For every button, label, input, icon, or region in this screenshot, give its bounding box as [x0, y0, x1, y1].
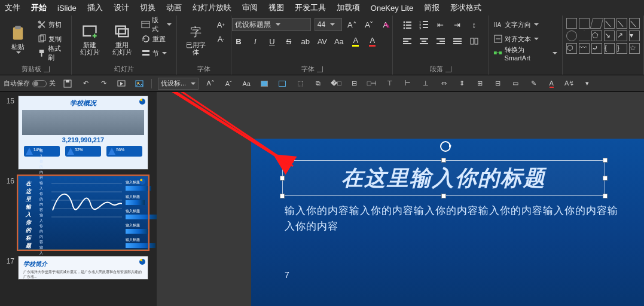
resize-handle[interactable] — [441, 158, 446, 163]
numbering-button[interactable]: 123 — [417, 18, 431, 31]
bullets-button[interactable] — [401, 18, 414, 31]
paste-button[interactable]: 粘贴 — [4, 18, 32, 61]
slide-canvas[interactable]: 在这里输入你的标题 输入你的内容输入你的内容输入你的内容输入你的内容输入你的内容… — [251, 139, 644, 306]
q-group[interactable]: ⊞ — [474, 78, 486, 90]
font-name-select[interactable]: 优设标题黑 — [232, 18, 311, 31]
menu-view[interactable]: 视图 — [268, 2, 284, 13]
grow-font-btn[interactable]: A+ — [214, 18, 227, 31]
used-font-button[interactable]: 字 已用字 体 — [181, 18, 210, 61]
undo-button[interactable]: ↶ — [80, 78, 91, 90]
font-quick-select[interactable]: 优设标... — [158, 78, 199, 90]
underline-button[interactable]: U — [265, 35, 279, 48]
redo-button[interactable]: ↷ — [97, 78, 109, 90]
font-size-select[interactable]: 44 — [315, 18, 342, 31]
menu-transitions[interactable]: 切换 — [140, 2, 155, 13]
cut-button[interactable]: 剪切 — [36, 18, 68, 31]
shrink-font-btn[interactable]: A- — [214, 32, 227, 45]
slide-editor[interactable]: 在这里输入你的标题 输入你的内容输入你的内容输入你的内容输入你的内容输入你的内容… — [157, 92, 644, 306]
resize-handle[interactable] — [441, 194, 446, 198]
copy-button[interactable]: 复制 — [36, 32, 68, 45]
layout-button[interactable]: 版式 — [140, 18, 173, 31]
resize-handle[interactable] — [280, 158, 285, 163]
dialog-launcher-icon[interactable] — [44, 66, 50, 72]
q-grow[interactable]: A˄ — [205, 78, 216, 90]
from-beginning-button[interactable] — [115, 78, 127, 90]
q-shrink[interactable]: Aˇ — [222, 78, 234, 90]
align-justify-button[interactable] — [451, 35, 464, 48]
q-clear[interactable]: A↯ — [563, 78, 575, 90]
indent-dec-button[interactable]: ⇤ — [434, 18, 447, 31]
menu-review[interactable]: 审阅 — [242, 2, 258, 13]
clear-format-button[interactable]: A✎ — [379, 18, 392, 31]
menu-islide[interactable]: iSlide — [57, 4, 77, 13]
shrink-font-button[interactable]: Aˇ — [362, 18, 376, 31]
dialog-launcher-icon[interactable] — [445, 66, 451, 72]
resize-handle[interactable] — [603, 194, 608, 198]
align-center-button[interactable] — [417, 35, 431, 48]
font-color-button[interactable]: A — [366, 35, 379, 48]
align-right-button[interactable] — [434, 35, 447, 48]
change-case-button[interactable]: Aa — [332, 35, 346, 48]
save-button[interactable] — [62, 78, 74, 90]
shape-gallery[interactable]: ＼＼＼ ⬠↘↗▾ ⬡〰⤾{}☆ — [566, 18, 640, 54]
columns-button[interactable] — [468, 35, 481, 48]
menu-onekey[interactable]: OneKey Lite — [371, 4, 414, 13]
q-fontcolor[interactable]: A — [545, 78, 557, 90]
align-text-button[interactable]: 对齐文本 — [492, 32, 558, 45]
italic-button[interactable]: I — [249, 35, 262, 48]
line-spacing-button[interactable]: ↕ — [468, 18, 481, 31]
thumbnail-17[interactable]: 学校简介 广东海洋大学坐落于海滨城市湛江，是广东省人民政府和自然资源部共建的广东… — [18, 256, 148, 280]
highlight-button[interactable]: A — [349, 35, 362, 48]
section-button[interactable]: 节 — [140, 47, 173, 60]
q-align-c[interactable]: ⊟ — [348, 78, 360, 90]
strike-button[interactable]: S — [282, 35, 295, 48]
align-left-button[interactable] — [401, 35, 414, 48]
q-outline[interactable] — [276, 78, 288, 90]
menu-design[interactable]: 设计 — [114, 2, 129, 13]
menu-addins[interactable]: 加载项 — [337, 2, 360, 13]
bold-button[interactable]: B — [232, 35, 245, 48]
dialog-launcher-icon[interactable] — [317, 66, 323, 72]
new-slide-button[interactable]: 新建 幻灯片 — [75, 18, 104, 61]
q-arrange2[interactable]: ⧉ — [312, 78, 324, 90]
menu-file[interactable]: 文件 — [5, 2, 20, 13]
resize-handle[interactable] — [603, 176, 608, 180]
menu-developer[interactable]: 开发工具 — [295, 2, 326, 13]
q-align-m[interactable]: ⊢ — [402, 78, 414, 90]
text-direction-button[interactable]: IIA文字方向 — [492, 18, 558, 31]
menu-insert[interactable]: 插入 — [87, 2, 103, 13]
q-align-l[interactable]: �□ — [330, 78, 342, 90]
indent-inc-button[interactable]: ⇥ — [451, 18, 464, 31]
q-fill[interactable] — [258, 78, 270, 90]
q-align-r[interactable]: □⊣ — [366, 78, 378, 90]
menu-brief[interactable]: 简报 — [424, 2, 439, 13]
resize-handle[interactable] — [280, 176, 285, 180]
q-distribute-h[interactable]: ⇔ — [438, 78, 450, 90]
q-align-b[interactable]: ⊥ — [420, 78, 432, 90]
thumbnail-16[interactable]: 在这里输入你的标题 输入你的内容输入你的内容输入你的内容输入你的内容 输入标题 … — [18, 176, 148, 250]
smartart-button[interactable]: 转换为 SmartArt — [492, 47, 558, 60]
insert-picture-button[interactable] — [133, 78, 145, 90]
menu-home[interactable]: 开始 — [31, 2, 47, 13]
q-more[interactable]: ▾ — [581, 78, 593, 90]
resize-handle[interactable] — [603, 158, 608, 163]
q-ungroup[interactable]: ⊟ — [492, 78, 503, 90]
q-eyedrop[interactable]: ✎ — [527, 78, 539, 90]
title-textbox[interactable]: 在这里输入你的标题 — [282, 160, 605, 196]
reuse-slide-button[interactable]: 重用 幻灯片 — [108, 18, 136, 61]
q-align-t[interactable]: ⊤ — [384, 78, 396, 90]
spacing-button[interactable]: AV — [316, 35, 329, 48]
autosave-toggle[interactable]: 自动保存 关 — [4, 79, 56, 88]
grow-font-button[interactable]: A˄ — [346, 18, 359, 31]
reset-button[interactable]: 重置 — [140, 32, 173, 45]
format-painter-button[interactable]: 格式刷 — [36, 47, 68, 60]
rotate-handle[interactable] — [440, 141, 451, 152]
q-selection[interactable]: ▭ — [509, 78, 521, 90]
thumbnail-panel[interactable]: 15 学校概况 3,219,990,217 14% 32% 56% 16 在这里… — [0, 92, 157, 306]
shadow-button[interactable]: ab — [299, 35, 312, 48]
resize-handle[interactable] — [280, 194, 285, 198]
q-arrange1[interactable]: ⬚ — [294, 78, 306, 90]
q-distribute-v[interactable]: ⇕ — [456, 78, 468, 90]
menu-slideshow[interactable]: 幻灯片放映 — [193, 2, 231, 13]
menu-shapeformat[interactable]: 形状格式 — [450, 2, 481, 13]
